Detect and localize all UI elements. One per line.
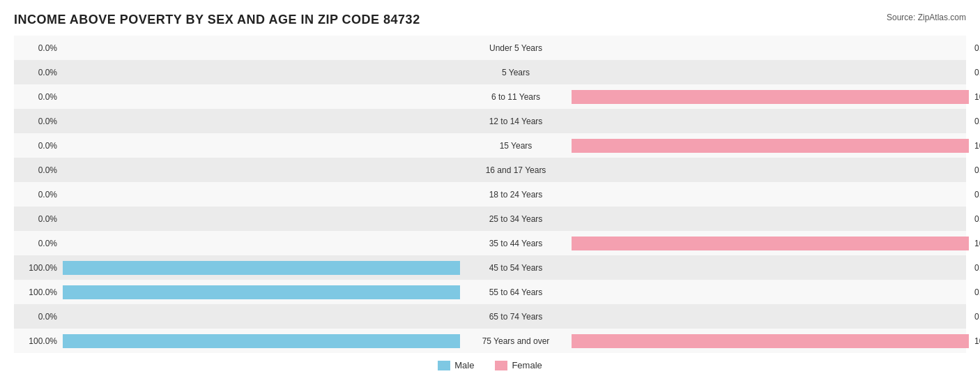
female-bar-area [572,283,969,302]
legend-male-label: Male [454,360,474,370]
female-bar-area [572,136,969,156]
table-row: 0.0%15 Years100.0% [14,133,966,158]
male-bar [63,261,460,275]
female-bar [572,90,969,104]
table-row: 100.0%45 to 54 Years0.0% [14,255,966,280]
male-bar-area [63,283,460,302]
female-value: 0.0% [969,214,980,224]
age-label: Under 5 Years [460,43,572,53]
female-value: 0.0% [969,263,980,273]
table-row: 0.0%Under 5 Years0.0% [14,36,966,60]
male-bar-area [63,160,460,180]
table-row: 0.0%6 to 11 Years100.0% [14,84,966,109]
female-bar-area [572,258,969,278]
female-value: 0.0% [969,312,980,322]
female-bar [572,139,969,153]
table-row: 0.0%5 Years0.0% [14,60,966,84]
rows-area: 0.0%Under 5 Years0.0%0.0%5 Years0.0%0.0%… [14,36,966,353]
male-bar-area [63,185,460,204]
age-label: 16 and 17 Years [460,165,572,175]
legend-row: Male Female [14,360,966,370]
table-row: 0.0%12 to 14 Years0.0% [14,109,966,133]
male-bar-area [63,209,460,229]
legend-male-box [438,361,450,370]
table-row: 100.0%55 to 64 Years0.0% [14,280,966,304]
age-label: 45 to 54 Years [460,263,572,273]
chart-container: INCOME ABOVE POVERTY BY SEX AND AGE IN Z… [0,0,980,383]
male-bar-area [63,38,460,58]
chart-header: INCOME ABOVE POVERTY BY SEX AND AGE IN Z… [14,13,966,27]
female-bar-area [572,331,969,351]
male-bar-area [63,258,460,278]
female-value: 0.0% [969,190,980,200]
male-value: 0.0% [14,239,63,248]
chart-title: INCOME ABOVE POVERTY BY SEX AND AGE IN Z… [14,13,420,27]
male-bar-area [63,331,460,351]
table-row: 0.0%18 to 24 Years0.0% [14,182,966,207]
female-bar-area [572,307,969,327]
table-row: 100.0%75 Years and over100.0% [14,329,966,353]
chart-source: Source: ZipAtlas.com [887,13,966,22]
female-value: 100.0% [969,239,980,248]
age-label: 18 to 24 Years [460,190,572,200]
age-label: 6 to 11 Years [460,92,572,102]
legend-male: Male [438,360,474,370]
male-bar-area [63,87,460,107]
table-row: 0.0%65 to 74 Years0.0% [14,304,966,329]
age-label: 25 to 34 Years [460,214,572,224]
age-label: 5 Years [460,68,572,77]
male-value: 100.0% [14,263,63,273]
male-value: 0.0% [14,68,63,77]
female-bar-area [572,112,969,131]
female-bar [572,334,969,348]
age-label: 55 to 64 Years [460,287,572,297]
male-value: 0.0% [14,92,63,102]
table-row: 0.0%16 and 17 Years0.0% [14,158,966,182]
female-bar-area [572,234,969,253]
female-bar-area [572,209,969,229]
female-value: 0.0% [969,68,980,77]
male-value: 0.0% [14,165,63,175]
age-label: 35 to 44 Years [460,239,572,248]
male-bar-area [63,63,460,82]
male-value: 0.0% [14,117,63,126]
age-label: 75 Years and over [460,336,572,346]
male-value: 0.0% [14,190,63,200]
female-bar [572,237,969,250]
age-label: 65 to 74 Years [460,312,572,322]
male-bar-area [63,136,460,156]
table-row: 0.0%35 to 44 Years100.0% [14,231,966,255]
female-value: 100.0% [969,141,980,151]
female-value: 100.0% [969,336,980,346]
legend-female-box [495,361,507,370]
table-row: 0.0%25 to 34 Years0.0% [14,207,966,231]
female-bar-area [572,87,969,107]
female-value: 100.0% [969,92,980,102]
male-bar-area [63,234,460,253]
male-value: 0.0% [14,141,63,151]
female-bar-area [572,185,969,204]
male-value: 0.0% [14,312,63,322]
male-value: 0.0% [14,214,63,224]
female-bar-area [572,160,969,180]
male-value: 0.0% [14,43,63,53]
male-bar-area [63,307,460,327]
male-value: 100.0% [14,336,63,346]
male-bar-area [63,112,460,131]
age-label: 15 Years [460,141,572,151]
legend-female-label: Female [512,360,542,370]
age-label: 12 to 14 Years [460,117,572,126]
male-value: 100.0% [14,287,63,297]
female-bar-area [572,38,969,58]
legend-female: Female [495,360,542,370]
female-bar-area [572,63,969,82]
female-value: 0.0% [969,287,980,297]
male-bar [63,285,460,299]
female-value: 0.0% [969,117,980,126]
female-value: 0.0% [969,165,980,175]
male-bar [63,334,460,348]
female-value: 0.0% [969,43,980,53]
